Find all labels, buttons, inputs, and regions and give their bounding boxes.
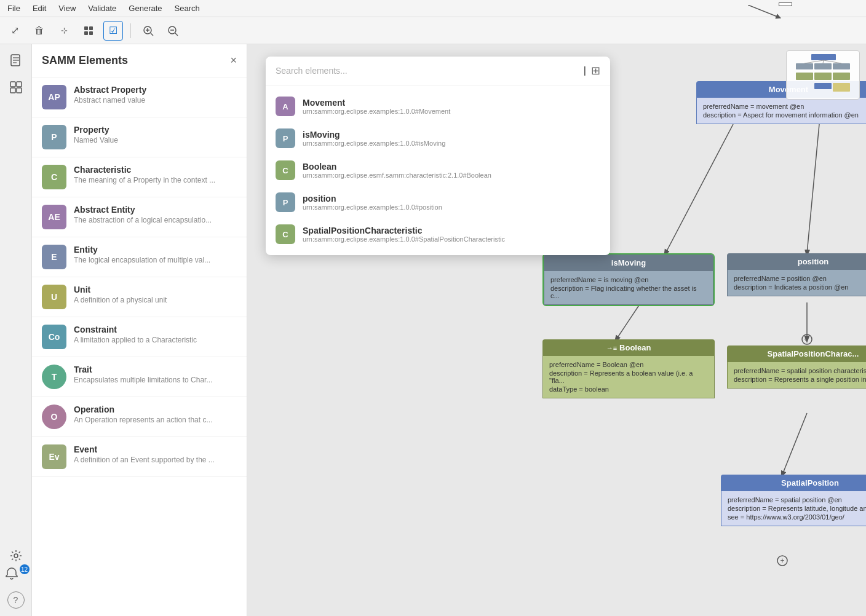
element-item[interactable]: C Characteristic The meaning of a Proper… — [32, 157, 247, 197]
boolean-description: description = Represents a boolean value… — [549, 369, 708, 384]
element-name: Event — [74, 444, 237, 454]
element-badge: Co — [42, 325, 66, 349]
notification-count: 12 — [20, 564, 30, 574]
search-dropdown: | ⊞ A Movement urn:samm:org.eclipse.exam… — [266, 57, 610, 255]
settings-sidebar-icon[interactable] — [5, 545, 27, 567]
svg-rect-43 — [833, 83, 850, 92]
svg-point-29 — [802, 334, 812, 344]
svg-line-8 — [151, 33, 153, 36]
zoom-in-button[interactable] — [138, 21, 158, 41]
svg-rect-36 — [796, 63, 813, 69]
element-item[interactable]: AP Abstract Property Abstract named valu… — [32, 77, 247, 117]
element-item[interactable]: Ev Event A definition of an Event suppor… — [32, 437, 247, 477]
movement-description: description = Aspect for movement inform… — [703, 111, 866, 119]
element-badge: U — [42, 285, 66, 309]
element-info: Unit A definition of a physical unit — [74, 285, 237, 306]
element-item[interactable]: T Trait Encapsulates multiple limitation… — [32, 357, 247, 397]
notification-sidebar-icon[interactable]: 12 — [5, 567, 27, 589]
svg-rect-17 — [17, 82, 22, 87]
spatial-char-preferred-name: preferredName = spatial position charact… — [734, 367, 866, 374]
element-badge: E — [42, 245, 66, 269]
spatial-position-node[interactable]: SpatialPosition preferredName = spatial … — [721, 475, 866, 526]
element-badge: C — [42, 165, 66, 189]
element-desc: A limitation applied to a Characteristic — [74, 336, 237, 346]
menu-generate[interactable]: Generate — [126, 2, 164, 14]
svg-line-0 — [748, 5, 779, 17]
ismoving-preferred-name: preferredName = is moving @en — [550, 276, 707, 283]
element-desc: A definition of a physical unit — [74, 296, 237, 306]
element-name: Constraint — [74, 325, 237, 334]
element-item[interactable]: U Unit A definition of a physical unit — [32, 277, 247, 317]
element-item[interactable]: Co Constraint A limitation applied to a … — [32, 317, 247, 357]
svg-rect-38 — [833, 63, 850, 69]
svg-line-11 — [175, 33, 178, 36]
panel-close-button[interactable]: × — [230, 54, 237, 67]
search-result-name: Movement — [303, 98, 600, 108]
menu-edit[interactable]: Edit — [30, 2, 49, 14]
spatial-char-description: description = Represents a single positi… — [734, 376, 866, 383]
search-result-item[interactable]: C SpatialPositionCharacteristic urn:samm… — [266, 218, 610, 250]
element-item[interactable]: O Operation An Operation represents an a… — [32, 397, 247, 437]
element-name: Unit — [74, 285, 237, 294]
svg-rect-18 — [10, 88, 15, 93]
boolean-node[interactable]: →≡ Boolean preferredName = Boolean @en d… — [542, 339, 715, 398]
svg-line-46 — [824, 60, 841, 63]
left-sidebar: 12 ? — [0, 44, 32, 616]
ismoving-node[interactable]: isMoving preferredName = is moving @en d… — [542, 253, 715, 306]
expand-button[interactable]: ⤢ — [5, 21, 25, 41]
search-result-item[interactable]: P position urn:samm:org.eclipse.examples… — [266, 186, 610, 218]
search-result-badge: P — [276, 128, 295, 148]
svg-point-20 — [14, 554, 18, 558]
search-result-badge: C — [276, 224, 295, 244]
search-result-item[interactable]: C Boolean urn:samm:org.eclipse.esmf.samm… — [266, 154, 610, 186]
element-badge: AE — [42, 205, 66, 229]
svg-rect-42 — [814, 83, 832, 89]
search-result-info: isMoving urn:samm:org.eclipse.examples:1… — [303, 130, 600, 147]
menu-validate[interactable]: Validate — [85, 2, 119, 14]
boolean-preferred-name: preferredName = Boolean @en — [549, 361, 708, 368]
element-info: Operation An Operation represents an act… — [74, 405, 237, 425]
spatial-position-see: see = https://www.w3.org/2003/01/geo/ — [728, 513, 866, 521]
svg-rect-19 — [17, 88, 22, 93]
search-result-urn: urn:samm:org.eclipse.examples:1.0.0#Move… — [303, 108, 600, 115]
element-desc: Named Value — [74, 136, 237, 146]
search-result-urn: urn:samm:org.eclipse.examples:1.0.0#posi… — [303, 203, 600, 211]
search-result-item[interactable]: A Movement urn:samm:org.eclipse.examples… — [266, 90, 610, 122]
svg-line-27 — [782, 413, 807, 475]
search-grid-button[interactable]: ⊞ — [591, 64, 600, 77]
save-button[interactable]: ☑ — [103, 21, 123, 41]
spatial-char-node[interactable]: SpatialPositionCharac... preferredName =… — [727, 346, 866, 389]
element-badge: O — [42, 405, 66, 429]
element-item[interactable]: AE Abstract Entity The abstraction of a … — [32, 197, 247, 237]
element-badge: AP — [42, 85, 66, 109]
menu-search[interactable]: Search — [172, 2, 202, 14]
element-item[interactable]: P Property Named Value — [32, 117, 247, 157]
mini-map[interactable] — [786, 50, 860, 100]
svg-line-44 — [804, 60, 824, 63]
position-node[interactable]: position preferredName = position @en de… — [727, 253, 866, 296]
grid-sidebar-icon[interactable] — [5, 76, 27, 98]
search-cursor: | — [584, 65, 586, 76]
spatial-position-node-header: SpatialPosition — [721, 475, 866, 491]
search-result-name: position — [303, 194, 600, 203]
menu-file[interactable]: File — [5, 2, 23, 14]
element-item[interactable]: E Entity The logical encapsulation of mu… — [32, 237, 247, 277]
svg-rect-3 — [84, 31, 88, 35]
canvas-area[interactable]: + + + Movement preferredName = movement … — [247, 44, 866, 616]
boolean-datatype: dataType = boolean — [549, 385, 708, 393]
document-sidebar-icon[interactable] — [5, 49, 27, 71]
search-result-urn: urn:samm:org.eclipse.examples:1.0.0#Spat… — [303, 235, 600, 243]
search-result-item[interactable]: P isMoving urn:samm:org.eclipse.examples… — [266, 122, 610, 154]
connect-button[interactable]: ⊹ — [54, 21, 74, 41]
help-sidebar-icon[interactable]: ? — [7, 591, 25, 609]
search-input[interactable] — [276, 66, 584, 76]
zoom-out-button[interactable] — [163, 21, 183, 41]
delete-button[interactable]: 🗑 — [30, 21, 49, 41]
position-description: description = Indicates a position @en — [734, 283, 866, 291]
menu-view[interactable]: View — [56, 2, 78, 14]
search-result-urn: urn:samm:org.eclipse.esmf.samm:character… — [303, 172, 600, 179]
position-node-header: position — [727, 253, 866, 270]
layout-button[interactable] — [79, 21, 98, 41]
element-name: Abstract Entity — [74, 205, 237, 215]
spatial-position-preferred-name: preferredName = spatial position @en — [728, 496, 866, 503]
